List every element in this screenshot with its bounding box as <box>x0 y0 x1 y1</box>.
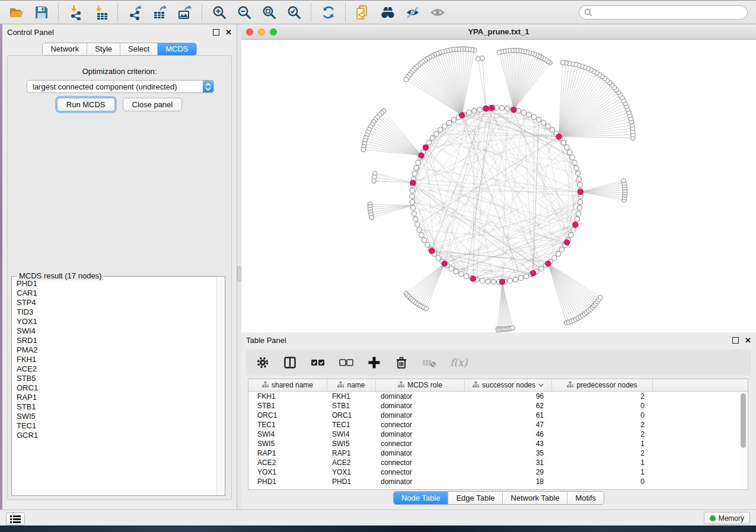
network-node[interactable] <box>578 200 582 204</box>
table-row[interactable]: ORC1ORC1dominator610 <box>248 411 748 420</box>
mcds-hub-node[interactable] <box>556 134 562 139</box>
zoom-out-button[interactable] <box>236 4 253 21</box>
network-node[interactable] <box>426 140 431 145</box>
table-row[interactable]: SWI4SWI4dominator462 <box>248 430 748 439</box>
network-node[interactable] <box>410 194 414 198</box>
task-history-button[interactable] <box>6 512 25 525</box>
network-node[interactable] <box>505 106 510 111</box>
network-node[interactable] <box>576 171 580 176</box>
network-node[interactable] <box>575 217 579 222</box>
mcds-result-item[interactable]: SWI4 <box>17 326 216 336</box>
delete-columns-button[interactable] <box>394 355 409 370</box>
add-column-button[interactable] <box>367 355 381 370</box>
network-node[interactable] <box>459 271 464 276</box>
network-node[interactable] <box>546 124 550 129</box>
network-node[interactable] <box>559 247 564 252</box>
mcds-result-item[interactable]: PMA2 <box>17 345 216 355</box>
network-node[interactable] <box>464 274 468 278</box>
mcds-hub-node[interactable] <box>410 180 416 185</box>
network-node[interactable] <box>438 127 442 132</box>
import-network-button[interactable] <box>68 4 84 21</box>
network-node[interactable] <box>537 117 541 122</box>
network-node[interactable] <box>552 255 557 260</box>
network-node[interactable] <box>574 165 579 170</box>
column-header-name[interactable]: name <box>327 379 376 391</box>
show-all-button[interactable] <box>429 4 446 21</box>
mcds-hub-node[interactable] <box>578 189 583 194</box>
network-node[interactable] <box>442 124 447 129</box>
mcds-result-item[interactable]: SWI5 <box>17 412 216 421</box>
network-node[interactable] <box>569 233 573 238</box>
network-node[interactable] <box>451 117 456 122</box>
network-node[interactable] <box>560 60 565 65</box>
network-node[interactable] <box>497 50 502 55</box>
network-node[interactable] <box>410 188 414 193</box>
network-node[interactable] <box>430 136 435 140</box>
mcds-result-item[interactable]: YOX1 <box>17 317 216 326</box>
network-node[interactable] <box>621 178 626 183</box>
column-chooser-button[interactable] <box>283 355 297 370</box>
table-row[interactable]: ACE2ACE2connector311 <box>248 458 748 467</box>
table-scrollbar[interactable] <box>740 393 747 487</box>
network-node[interactable] <box>416 160 420 165</box>
canvas-resize-handle[interactable] <box>496 328 502 332</box>
zoom-fit-button[interactable] <box>261 4 277 21</box>
import-table-button[interactable] <box>92 4 109 21</box>
network-node[interactable] <box>561 140 566 145</box>
function-builder-button[interactable]: f(x) <box>450 357 467 368</box>
network-node[interactable] <box>446 120 451 125</box>
network-node[interactable] <box>576 211 581 216</box>
float-panel-icon[interactable] <box>213 29 219 36</box>
network-node[interactable] <box>424 306 429 311</box>
network-node[interactable] <box>571 227 576 232</box>
mcds-hub-node[interactable] <box>429 248 435 254</box>
mcds-result-item[interactable]: STB1 <box>17 402 216 412</box>
table-settings-button[interactable] <box>256 355 270 370</box>
table-row[interactable]: TEC1TEC1connector472 <box>248 420 748 430</box>
mcds-result-item[interactable]: ACE2 <box>17 364 216 374</box>
table-row[interactable]: SWI5SWI5connector431 <box>248 439 748 448</box>
network-node[interactable] <box>434 132 439 136</box>
network-node[interactable] <box>572 160 577 165</box>
memory-button[interactable]: Memory <box>704 512 750 524</box>
mcds-hub-node[interactable] <box>483 106 489 111</box>
network-node[interactable] <box>454 269 458 274</box>
mcds-result-item[interactable]: SRD1 <box>17 336 216 345</box>
zoom-in-button[interactable] <box>211 4 228 21</box>
network-node[interactable] <box>467 110 471 115</box>
network-node[interactable] <box>499 105 504 110</box>
network-node[interactable] <box>476 56 480 61</box>
mcds-result-item[interactable]: CAR1 <box>17 289 216 298</box>
network-node[interactable] <box>472 108 477 113</box>
network-node[interactable] <box>412 211 416 216</box>
network-node[interactable] <box>511 326 515 331</box>
mcds-result-item[interactable]: GCR1 <box>17 431 216 440</box>
network-node[interactable] <box>436 255 441 260</box>
network-node[interactable] <box>508 278 512 283</box>
mcds-hub-node[interactable] <box>564 240 570 245</box>
network-node[interactable] <box>513 277 518 282</box>
mcds-result-item[interactable]: TID3 <box>17 307 216 317</box>
network-node[interactable] <box>414 222 419 227</box>
save-session-button[interactable] <box>33 4 50 21</box>
mcds-result-item[interactable]: STP4 <box>17 298 216 307</box>
mcds-hub-node[interactable] <box>489 105 495 111</box>
network-node[interactable] <box>491 280 496 284</box>
mcds-result-item[interactable]: TEC1 <box>17 421 216 431</box>
tab-style[interactable]: Style <box>87 43 120 55</box>
network-node[interactable] <box>518 275 523 280</box>
table-row[interactable]: YOX1YOX1connector291 <box>248 467 748 477</box>
mcds-hub-node[interactable] <box>423 145 428 150</box>
maximize-window-button[interactable] <box>270 28 277 36</box>
table-tab-node-table[interactable]: Node Table <box>394 492 449 504</box>
network-node[interactable] <box>578 182 582 187</box>
table-row[interactable]: FKH1FKH1dominator962 <box>248 392 748 401</box>
network-node[interactable] <box>419 233 424 238</box>
network-node[interactable] <box>541 120 546 125</box>
network-node[interactable] <box>413 217 417 222</box>
delete-table-button[interactable] <box>422 355 437 370</box>
table-tab-edge-table[interactable]: Edge Table <box>448 492 503 504</box>
network-node[interactable] <box>410 200 414 204</box>
network-node[interactable] <box>417 227 422 232</box>
mcds-result-item[interactable]: STB5 <box>17 374 216 383</box>
